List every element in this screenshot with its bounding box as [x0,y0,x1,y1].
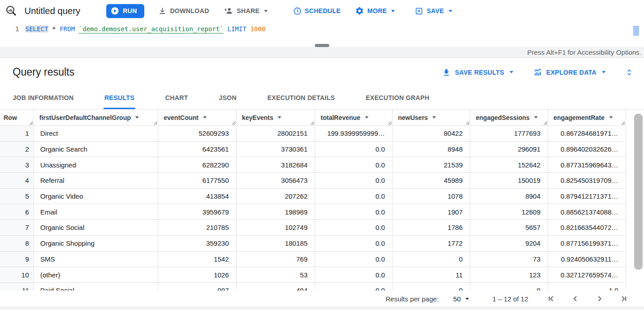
column-label: engagedSessions [476,114,530,121]
previous-page-button[interactable] [571,294,580,303]
table-cell: 1078 [393,189,470,204]
page-size-select[interactable]: 50 [450,295,472,303]
tab-results[interactable]: RESULTS [104,86,134,109]
column-resize-grip[interactable] [153,121,157,125]
last-page-button[interactable] [620,294,629,303]
table-cell: 1907 [393,204,470,219]
table-cell: 28002151 [237,126,315,141]
table-cell: 52609293 [158,126,237,141]
table-cell: 11 [393,267,470,282]
table-cell: 12609 [470,204,548,219]
table-cell: Referral [34,173,158,188]
table-cell: 0.867284681971… [548,126,626,141]
explore-data-button[interactable]: EXPLORE DATA [533,68,606,77]
sql-keyword-select: SELECT [25,25,48,33]
tab-json[interactable]: JSON [219,86,237,109]
sql-code-line[interactable]: SELECT * FROM `demo.demoset.user_acquisi… [25,22,265,47]
column-resize-grip[interactable] [621,121,625,125]
page-size-caret-icon [465,298,469,300]
share-dropdown-caret-icon [264,10,268,12]
column-resize-grip[interactable] [29,121,33,125]
column-resize-grip[interactable] [543,121,547,125]
column-resize-grip[interactable] [465,121,469,125]
table-cell: 0.896402032626… [548,142,626,157]
table-cell: 0 [393,252,470,267]
splitter-drag-handle[interactable] [315,44,329,47]
column-header-engagedSessions[interactable]: engagedSessions [470,110,548,125]
horizontal-scrollbar-track[interactable] [0,307,644,310]
column-header-firstUserDefaultChannelGroup[interactable]: firstUserDefaultChannelGroup [34,110,158,125]
table-cell: 0.821663544072… [548,220,626,235]
tab-chart[interactable]: CHART [165,86,188,109]
sql-table-reference-link[interactable]: `demo.demoset.user_acquisition_report` [79,25,223,33]
table-cell: Email [34,204,158,219]
table-cell: 45989 [393,173,470,188]
column-dropdown-caret-icon[interactable] [278,116,281,119]
table-cell: 1.0 [548,283,626,291]
table-row: 3Unassigned628229031826840.0215391526420… [0,157,644,173]
save-button[interactable]: SAVE [415,7,452,15]
next-page-button[interactable] [595,294,604,303]
editor-splitter-strip: Press Alt+F1 for Accessibility Options. [0,47,644,58]
column-dropdown-caret-icon[interactable] [432,116,436,119]
row-number-cell: 9 [0,252,34,267]
run-button[interactable]: RUN [106,4,144,18]
accessibility-hint: Press Alt+F1 for Accessibility Options. [527,48,641,56]
table-row: 10(other)1026530.0111230.327127659574… [0,267,644,283]
query-results-header: Query results SAVE RESULTS [0,58,644,86]
save-results-button[interactable]: SAVE RESULTS [442,68,513,77]
column-header-totalRevenue[interactable]: totalRevenue [315,110,393,125]
sql-editor[interactable]: 1 SELECT * FROM `demo.demoset.user_acqui… [0,22,644,47]
share-button[interactable]: SHARE [223,6,268,15]
column-dropdown-caret-icon[interactable] [534,116,538,119]
tab-execution-details[interactable]: EXECUTION DETAILS [267,86,335,109]
more-button[interactable]: MORE [355,6,395,15]
table-cell: (other) [34,267,158,282]
tab-label: JSON [219,94,237,101]
schedule-button[interactable]: SCHEDULE [293,7,341,15]
table-cell: 1542 [158,252,237,267]
table-body: 1Direct5260929328002151199.9399959999…80… [0,126,644,291]
table-header-row: RowfirstUserDefaultChannelGroupeventCoun… [0,110,644,126]
table-cell: 0.0 [315,157,393,172]
editor-scrollbar-thumb[interactable] [633,26,639,36]
column-label: totalRevenue [321,114,360,121]
row-number-cell: 4 [0,173,34,188]
row-number-cell: 1 [0,126,34,141]
column-resize-grip[interactable] [310,121,314,125]
table-cell: 73 [470,252,548,267]
table-cell: 150019 [470,173,548,188]
table-scrollbar-thumb[interactable] [634,114,643,270]
table-cell: 0.0 [315,220,393,235]
column-header-engagementRate[interactable]: engagementRate [548,110,626,125]
table-cell: 53 [237,267,315,282]
query-title: Untitled query [24,6,80,16]
table-cell: 0.924050632911… [548,252,626,267]
column-dropdown-caret-icon[interactable] [203,116,207,119]
table-cell: Organic Shopping [34,236,158,251]
column-resize-grip[interactable] [388,121,392,125]
column-header-keyEvents[interactable]: keyEvents [237,110,315,125]
column-dropdown-caret-icon[interactable] [135,116,139,119]
column-dropdown-caret-icon[interactable] [365,116,369,119]
column-resize-grip[interactable] [232,121,236,125]
table-row: 11Paid Social9974940.0001.0 [0,283,644,291]
first-page-button[interactable] [546,294,555,303]
gear-icon [355,6,364,15]
table-cell: 0.0 [315,252,393,267]
column-header-Row: Row [0,110,34,125]
column-header-newUsers[interactable]: newUsers [393,110,470,125]
tab-job-information[interactable]: JOB INFORMATION [13,86,74,109]
column-header-eventCount[interactable]: eventCount [158,110,237,125]
column-label: keyEvents [242,114,273,121]
table-row: 4Referral617755030564730.0459891500190.8… [0,173,644,189]
row-number-cell: 6 [0,204,34,219]
table-cell: 0.877156199371… [548,236,626,251]
pagination-bar: Results per page: 50 1 – 12 of 12 [0,291,644,307]
explore-data-chart-icon [533,68,542,77]
row-number-cell: 2 [0,142,34,157]
download-button[interactable]: DOWNLOAD [158,6,209,15]
tab-execution-graph[interactable]: EXECUTION GRAPH [366,86,430,109]
expand-collapse-panel-button[interactable] [625,67,633,77]
column-dropdown-caret-icon[interactable] [609,116,613,119]
